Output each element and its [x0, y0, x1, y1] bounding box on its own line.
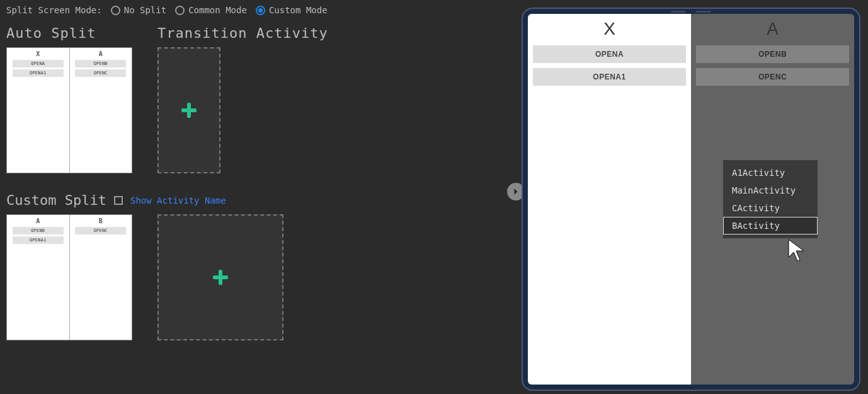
device-pane-right-title: A — [691, 14, 854, 43]
add-custom-split-button[interactable] — [157, 214, 283, 340]
show-activity-name-checkbox[interactable] — [114, 196, 123, 205]
radio-no-split-label: No Split — [124, 5, 166, 15]
radio-icon — [111, 6, 120, 15]
device-pane-left-title: X — [528, 14, 691, 43]
context-menu-item[interactable]: A1Activity — [723, 164, 818, 182]
radio-common-mode-label: Common Mode — [188, 5, 247, 15]
mini-pane-row: OPENA — [13, 60, 64, 67]
auto-split-preview-left: X OPENA OPENA1 — [7, 48, 69, 173]
mini-pane-row: OPENB — [75, 60, 126, 67]
custom-split-preview-left: A OPENB OPENA1 — [7, 215, 69, 340]
plus-icon — [181, 103, 197, 118]
radio-custom-mode-label: Custom Mode — [269, 5, 328, 15]
mini-pane-title: A — [36, 217, 40, 225]
device-row[interactable]: OPENB — [696, 45, 849, 63]
custom-split-preview[interactable]: A OPENB OPENA1 B OPENC — [6, 214, 132, 340]
device-notch — [671, 11, 711, 13]
custom-split-title: Custom Split — [6, 192, 106, 208]
add-transition-activity-button[interactable] — [157, 47, 220, 173]
context-menu-item[interactable]: CActivity — [723, 199, 818, 217]
mini-pane-row: OPENC — [75, 69, 126, 77]
arrow-right-icon — [511, 187, 521, 197]
auto-split-preview-right: A OPENB OPENC — [69, 48, 132, 173]
mini-pane-row: OPENA1 — [13, 69, 64, 77]
radio-common-mode[interactable]: Common Mode — [175, 5, 247, 15]
mini-pane-title: X — [36, 50, 40, 58]
context-menu-item[interactable]: BActivity — [723, 217, 818, 235]
device-row[interactable]: OPENA — [533, 45, 686, 63]
show-activity-name-label[interactable]: Show Activity Name — [130, 195, 226, 206]
left-config-panel: Auto Split X OPENA OPENA1 A OPENB OPENC … — [0, 25, 504, 359]
radio-custom-mode[interactable]: Custom Mode — [256, 5, 328, 15]
cursor-icon — [787, 238, 806, 266]
auto-split-title: Auto Split — [6, 25, 132, 41]
radio-icon — [256, 6, 265, 15]
mini-pane-title: A — [99, 50, 103, 58]
radio-no-split[interactable]: No Split — [111, 5, 166, 15]
custom-split-header: Custom Split Show Activity Name — [0, 192, 504, 214]
mini-pane-row: OPENB — [13, 227, 64, 235]
mini-pane-title: B — [99, 217, 103, 225]
mini-pane-row: OPENA1 — [13, 236, 64, 244]
device-pane-left: X OPENA OPENA1 — [528, 14, 691, 385]
context-menu-item[interactable]: MainActivity — [723, 182, 818, 199]
plus-icon — [213, 270, 228, 285]
transition-activity-section: Transition Activity — [157, 25, 328, 173]
custom-split-preview-right: B OPENC — [69, 215, 132, 340]
activity-context-menu: A1Activity MainActivity CActivity BActiv… — [723, 160, 818, 238]
transition-activity-title: Transition Activity — [157, 25, 328, 41]
split-mode-label: Split Screen Mode: — [6, 5, 102, 15]
device-row[interactable]: OPENC — [696, 68, 849, 86]
device-preview-frame: X OPENA OPENA1 A OPENB OPENC A1Activity … — [522, 8, 860, 391]
auto-split-preview[interactable]: X OPENA OPENA1 A OPENB OPENC — [6, 47, 132, 173]
radio-icon — [175, 6, 185, 15]
mini-pane-row: OPENC — [75, 227, 126, 235]
device-preview-screen: X OPENA OPENA1 A OPENB OPENC A1Activity … — [528, 14, 854, 385]
auto-split-section: Auto Split X OPENA OPENA1 A OPENB OPENC — [6, 25, 132, 173]
device-row[interactable]: OPENA1 — [533, 68, 686, 86]
